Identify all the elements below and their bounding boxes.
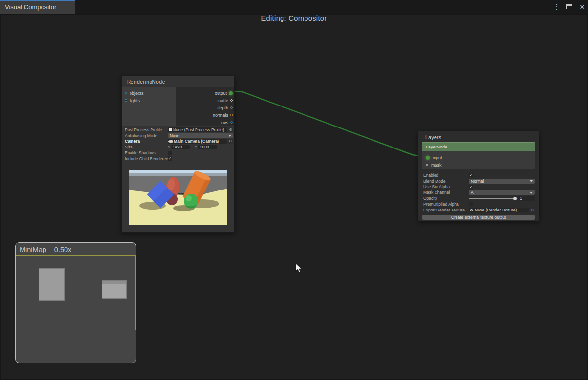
prop-size: Size X 1920 Y 1080 <box>125 144 233 150</box>
selected-layer-item[interactable]: LayerNode <box>422 142 535 151</box>
menu-icon[interactable]: ⋮ <box>553 2 561 11</box>
blend-mode-label: Blend Mode <box>423 179 469 184</box>
antialiasing-mode-value: None <box>170 133 179 138</box>
object-picker-icon[interactable]: ⊙ <box>529 208 535 212</box>
render-preview <box>129 170 226 227</box>
port-row-uvs: uvs <box>176 119 234 126</box>
layers-node-properties: Enabled ✓ Blend Mode Normal Use Src Alph… <box>418 169 539 213</box>
chevron-down-icon <box>530 192 533 194</box>
tab-label: Visual Compositor <box>5 3 56 11</box>
output-port-icon[interactable] <box>229 91 233 95</box>
rendering-node-ports: objects lights output matte <box>122 87 234 126</box>
opacity-slider-track <box>469 198 514 199</box>
prop-enable-shadows: Enable Shadows <box>125 150 233 156</box>
blend-mode-dropdown[interactable]: Normal <box>469 179 535 184</box>
port-row-output: output <box>176 89 234 97</box>
tab-visual-compositor[interactable]: Visual Compositor <box>0 0 75 14</box>
minimap[interactable]: MiniMap 0.50x <box>15 242 136 363</box>
minimap-layers-node-proxy[interactable] <box>102 280 127 299</box>
rendering-node-inputs: objects lights <box>122 87 176 126</box>
port-row-input: input <box>422 154 535 161</box>
chevron-down-icon <box>530 180 533 182</box>
opacity-slider-handle[interactable] <box>513 197 517 200</box>
depth-port-label: depth <box>217 106 228 110</box>
input-port-icon[interactable] <box>426 156 430 160</box>
chevron-down-icon <box>228 135 231 137</box>
use-src-alpha-checkbox[interactable]: ✓ <box>469 185 473 189</box>
mask-channel-value: A <box>471 190 474 195</box>
port-row-objects: objects <box>122 89 176 97</box>
opacity-slider[interactable] <box>469 197 517 200</box>
premultiplied-alpha-checkbox[interactable] <box>469 202 473 206</box>
render-texture-icon <box>470 209 473 211</box>
use-src-alpha-label: Use Src Alpha <box>423 184 469 189</box>
include-child-renderers-checkbox[interactable]: ✓ <box>168 156 172 161</box>
create-external-texture-output-button[interactable]: Create external texture output <box>422 215 535 220</box>
depth-port-icon[interactable] <box>230 106 233 109</box>
mask-port-icon[interactable] <box>426 164 428 166</box>
size-label: Size <box>125 145 168 149</box>
camera-picker-icon[interactable]: ⊡ <box>228 139 233 144</box>
preview-image <box>129 170 227 225</box>
layer-stack: LayerNode input mask <box>422 142 535 169</box>
enable-shadows-label: Enable Shadows <box>125 150 168 155</box>
maximize-icon[interactable] <box>566 3 573 11</box>
graph-canvas[interactable]: Editing: Compositor RenderingNode object… <box>0 14 588 380</box>
port-row-lights: lights <box>122 97 176 104</box>
size-y-input[interactable]: 1080 <box>198 145 217 149</box>
port-row-mask: mask <box>422 161 535 169</box>
matte-port-label: matte <box>217 98 228 103</box>
matte-port-icon[interactable] <box>230 99 233 102</box>
prop-post-process-profile: Post Process Profile None (Post Process … <box>125 127 233 133</box>
objects-port-label: objects <box>130 91 144 96</box>
minimap-title: MiniMap 0.50x <box>16 243 136 255</box>
mask-port-label: mask <box>431 163 442 168</box>
include-child-renderers-label: Include Child Renderers <box>125 156 168 161</box>
minimap-rendering-node-proxy[interactable] <box>39 268 65 301</box>
uvs-port-icon[interactable] <box>230 121 233 124</box>
enabled-checkbox[interactable]: ✓ <box>469 173 473 177</box>
post-process-profile-field[interactable]: None (Post Process Profile) <box>168 127 227 132</box>
close-icon[interactable]: ✕ <box>578 3 586 11</box>
prop-antialiasing-mode: Antialiasing Mode None <box>125 133 233 139</box>
output-port-label: output <box>215 91 227 96</box>
object-picker-icon[interactable]: ⊙ <box>228 127 233 132</box>
prop-premultiplied-alpha: Premultiplied Alpha <box>423 201 535 207</box>
prop-enabled: Enabled ✓ <box>423 172 535 178</box>
normals-port-icon[interactable] <box>230 114 233 116</box>
antialiasing-mode-dropdown[interactable]: None <box>168 133 233 138</box>
minimap-zoom-level: 0.50x <box>54 246 71 253</box>
post-process-profile-label: Post Process Profile <box>125 127 168 132</box>
prop-opacity: Opacity 1 <box>423 195 535 201</box>
opacity-input[interactable]: 1 <box>518 196 535 201</box>
enable-shadows-checkbox[interactable] <box>168 151 172 155</box>
port-row-matte: matte <box>176 97 234 104</box>
camera-icon <box>169 140 173 143</box>
lights-port-icon[interactable] <box>125 99 127 102</box>
export-render-texture-label: Export Render Texture <box>423 208 469 212</box>
export-render-texture-field[interactable]: None (Render Texture) <box>469 208 529 212</box>
size-x-input[interactable]: 1920 <box>171 145 190 149</box>
mask-channel-dropdown[interactable]: A <box>469 190 535 195</box>
maximize-glyph <box>566 4 572 9</box>
camera-field[interactable]: Main Camera (Camera) <box>168 139 227 144</box>
prop-export-render-texture: Export Render Texture None (Render Textu… <box>423 207 535 213</box>
prop-use-src-alpha: Use Src Alpha ✓ <box>423 184 535 190</box>
enabled-label: Enabled <box>423 173 469 178</box>
layers-node[interactable]: Layers LayerNode input mask Enabled ✓ <box>418 131 539 221</box>
premultiplied-alpha-label: Premultiplied Alpha <box>423 202 469 207</box>
rendering-node-title[interactable]: RenderingNode <box>122 76 234 87</box>
objects-port-icon[interactable] <box>125 92 127 94</box>
rendering-node-properties: Post Process Profile None (Post Process … <box>122 126 234 162</box>
layers-node-title[interactable]: Layers <box>418 131 539 142</box>
prop-include-child-renderers: Include Child Renderers ✓ <box>125 156 233 162</box>
connection-edge[interactable] <box>233 91 426 157</box>
opacity-label: Opacity <box>423 196 469 201</box>
minimap-title-text: MiniMap <box>20 246 46 253</box>
size-x-label: X <box>168 145 170 149</box>
blend-mode-value: Normal <box>471 179 484 184</box>
port-row-depth: depth <box>176 104 234 111</box>
rendering-node[interactable]: RenderingNode objects lights output <box>121 76 235 233</box>
camera-label: Camera <box>125 139 168 144</box>
opacity-value: 1 <box>520 196 522 201</box>
